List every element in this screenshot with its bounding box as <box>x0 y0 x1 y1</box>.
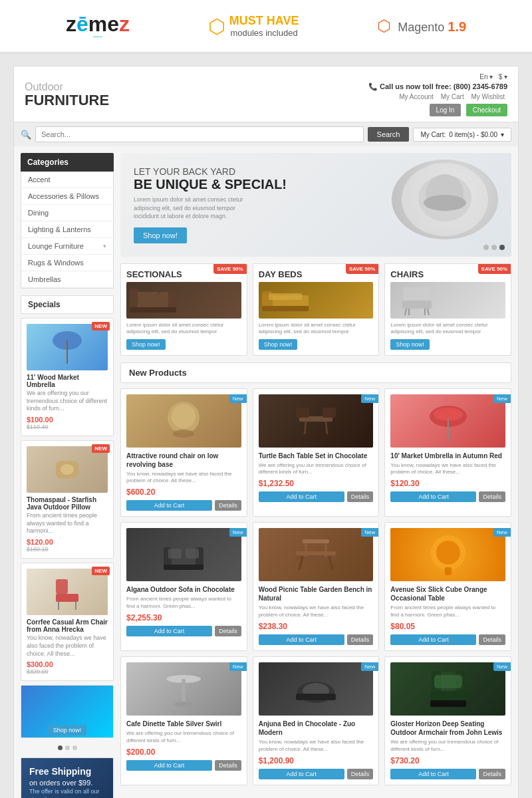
sidebar-item-lounge[interactable]: Lounge Furniture ▾ <box>21 238 113 255</box>
svg-rect-43 <box>186 549 199 559</box>
product-img-8 <box>259 662 374 716</box>
product-img-6 <box>390 528 505 581</box>
sidebar-item-umbrellas[interactable]: Umbrellas <box>21 271 113 288</box>
search-button[interactable]: Search <box>368 127 410 142</box>
daybeds-btn[interactable]: Shop now! <box>259 339 298 350</box>
categories-menu: Accent Accessories & Pillows Dining Ligh… <box>21 172 114 289</box>
chairs-save-badge: SAVE 50% <box>478 264 511 274</box>
add-cart-btn-6[interactable]: Add to Cart <box>390 634 476 645</box>
svg-rect-60 <box>296 694 336 700</box>
svg-point-29 <box>172 404 196 428</box>
sidebar-item-rugs[interactable]: Rugs & Windows <box>21 255 113 271</box>
sectionals-btn[interactable]: Shop now! <box>126 339 166 350</box>
must-have-badge: ⬡ MUST HAVE modules included <box>208 14 299 38</box>
product-green-chair: New Gloster Horizon Deep Seating Outdoor… <box>384 656 511 785</box>
table-set-svg <box>293 398 339 444</box>
product-3-btns: Add to Cart Details <box>390 491 505 502</box>
new-badge-3: New <box>493 394 511 403</box>
cart-info[interactable]: My Cart: 0 item(s) - $0.00 ▾ <box>413 128 511 142</box>
new-badge-2: New <box>361 394 378 403</box>
svg-rect-50 <box>303 539 329 543</box>
add-cart-btn-8[interactable]: Add to Cart <box>259 769 344 779</box>
toll-free: 📞 Call us now toll free: (800) 2345-6789 <box>368 82 507 91</box>
login-button[interactable]: Log In <box>430 104 462 116</box>
details-btn-8[interactable]: Details <box>347 769 374 779</box>
add-cart-btn-3[interactable]: Add to Cart <box>390 491 476 502</box>
product-1-btns: Add to Cart Details <box>126 500 241 511</box>
my-wishlist-link[interactable]: My Wishlist <box>471 93 505 100</box>
add-cart-btn-1[interactable]: Add to Cart <box>126 500 212 511</box>
cart-label: My Cart: <box>420 131 446 138</box>
my-cart-link[interactable]: My Cart <box>441 93 464 100</box>
umbrella-svg <box>51 327 84 367</box>
hero-chair-image <box>392 160 498 239</box>
details-btn-3[interactable]: Details <box>479 491 505 502</box>
promo-landscape-btn[interactable]: Shop now! <box>48 725 87 735</box>
hero-shop-btn[interactable]: Shop now! <box>134 227 187 243</box>
content-area: Categories Accent Accessories & Pillows … <box>14 146 518 798</box>
details-btn-5[interactable]: Details <box>347 634 374 645</box>
details-btn-9[interactable]: Details <box>479 769 505 779</box>
sidebar-item-accessories[interactable]: Accessories & Pillows <box>21 188 113 205</box>
sidebar-item-accent[interactable]: Accent <box>21 172 113 188</box>
sidebar-item-lighting[interactable]: Lighting & Lanterns <box>21 221 113 238</box>
sectionals-svg <box>126 282 180 315</box>
products-grid: New Attractive round chair on low revolv… <box>120 388 511 785</box>
details-btn-4[interactable]: Details <box>215 626 241 636</box>
new-badge-6: New <box>493 528 511 537</box>
lounge-arrow-icon: ▾ <box>103 243 106 249</box>
search-input[interactable] <box>35 126 364 142</box>
sidebar-item-dining[interactable]: Dining <box>21 205 113 221</box>
details-btn-1[interactable]: Details <box>215 500 241 511</box>
promo-daybeds: SAVE 50% DAY BEDS Lorem ipsum dolor sit … <box>253 263 380 356</box>
product-8-name: Anjuna Bed in Chocolate - Zuo Modern <box>259 720 374 737</box>
add-cart-btn-7[interactable]: Add to Cart <box>126 760 212 771</box>
product-umbrella: New 10' Market Umbrella in Autumn Red Yo… <box>384 388 511 517</box>
sectionals-img <box>126 282 241 319</box>
details-btn-6[interactable]: Details <box>479 634 505 645</box>
svg-rect-66 <box>430 700 466 707</box>
lang-selector[interactable]: En ▾ $ ▾ <box>368 73 507 80</box>
free-shipping-banner: Free Shipping on orders over $99. The of… <box>21 757 114 798</box>
svg-rect-42 <box>168 549 182 559</box>
special-item-chair: NEW Corrfee Casual Arm Chair from Anna H… <box>21 563 114 681</box>
bench-svg <box>293 531 339 578</box>
store-logo-line2: FURNITURE <box>25 92 109 108</box>
must-have-subtitle: modules included <box>230 28 297 38</box>
daybeds-desc: Lorem ipsum dolor sit amet consec ctetur… <box>259 322 374 336</box>
add-cart-btn-9[interactable]: Add to Cart <box>390 769 476 779</box>
add-cart-btn-2[interactable]: Add to Cart <box>259 491 344 502</box>
chairs-btn[interactable]: Shop now! <box>390 339 430 350</box>
product-2-name: Turtle Bach Table Set in Chocolate <box>259 452 374 460</box>
pillow-svg <box>51 453 84 486</box>
product-8-price: $1,200.90 <box>259 756 374 765</box>
green-chair-svg <box>425 666 471 712</box>
add-cart-btn-5[interactable]: Add to Cart <box>259 634 344 645</box>
header-right: En ▾ $ ▾ 📞 Call us now toll free: (800) … <box>368 73 507 116</box>
svg-point-37 <box>434 408 463 421</box>
special-3-price: $300.00 <box>27 660 108 668</box>
special-2-name: Thomaspaul - Starfish Java Outdoor Pillo… <box>27 496 108 511</box>
sofa-svg <box>160 531 207 578</box>
svg-rect-20 <box>269 293 302 300</box>
add-cart-btn-4[interactable]: Add to Cart <box>126 626 212 636</box>
daybeds-svg <box>259 282 312 315</box>
categories-title: Categories <box>21 153 114 172</box>
svg-rect-19 <box>262 306 309 311</box>
dot-3 <box>72 745 77 750</box>
lang-label: En <box>479 73 487 80</box>
my-account-link[interactable]: My Account <box>399 93 434 100</box>
magento-icon: ⬡ <box>377 17 391 35</box>
details-btn-7[interactable]: Details <box>215 760 241 771</box>
checkout-button[interactable]: Checkout <box>466 104 507 116</box>
main-content: LET YOUR BACK YARD BE UNIQUE & SPECIAL! … <box>120 153 511 798</box>
new-badge-5: New <box>361 528 378 537</box>
product-9-btns: Add to Cart Details <box>390 769 505 779</box>
hero-chair-svg <box>398 160 491 239</box>
details-btn-2[interactable]: Details <box>347 491 374 502</box>
special-item-pillow: NEW Thomaspaul - Starfish Java Outdoor P… <box>21 440 114 559</box>
product-9-name: Gloster Horizon Deep Seating Outdoor Arm… <box>390 720 505 737</box>
promo-dots <box>21 742 114 753</box>
shipping-subtitle: on orders over $99. <box>29 779 92 787</box>
header-btns: Log In Checkout <box>368 104 507 116</box>
